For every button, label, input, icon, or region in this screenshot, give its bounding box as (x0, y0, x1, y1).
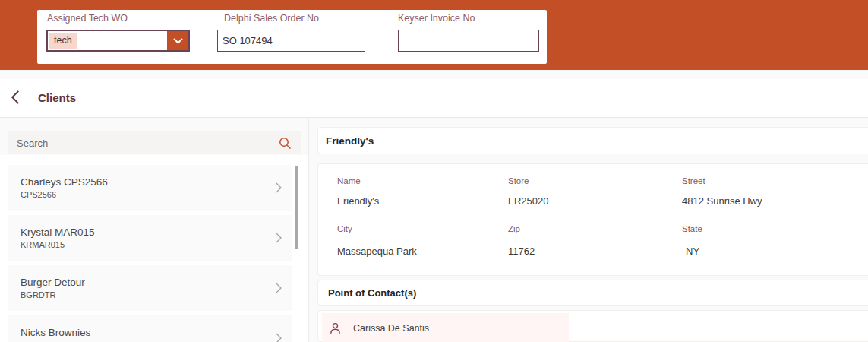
field-value: Massapequa Park (337, 245, 508, 258)
keyser-invoice-label: Keyser Invoice No (398, 13, 475, 24)
client-detail-card: Name Store Street Friendly's FR25020 481… (317, 163, 868, 276)
client-title: Friendly's (326, 135, 374, 147)
chevron-right-icon (276, 233, 282, 243)
client-name: Nicks Brownies (21, 327, 276, 338)
field-value: FR25020 (508, 195, 682, 207)
chevron-right-icon (276, 182, 282, 193)
assigned-tech-value: tech (49, 33, 77, 49)
delphi-order-value: SO 107494 (223, 35, 273, 46)
contacts-card: Carissa De Santis (317, 310, 868, 342)
assigned-tech-label: Assigned Tech WO (47, 13, 128, 24)
client-name: Charleys CPS2566 (21, 176, 276, 188)
list-item[interactable]: Nicks Brownies (8, 315, 292, 342)
search-icon[interactable] (279, 137, 292, 150)
field-label: Street (682, 176, 865, 186)
client-code: CPS2566 (21, 190, 276, 199)
search-input[interactable]: Search (8, 131, 301, 154)
field-label: State (682, 223, 865, 234)
client-title-card: Friendly's (317, 127, 868, 154)
field-label: Store (508, 176, 682, 186)
field-value: 4812 Sunrise Hwy (682, 195, 865, 207)
chevron-right-icon (276, 333, 282, 342)
client-name: Burger Detour (21, 277, 276, 288)
search-placeholder: Search (17, 138, 279, 149)
chevron-down-icon (173, 38, 183, 44)
dropdown-button[interactable] (167, 31, 188, 50)
back-icon[interactable] (11, 90, 21, 105)
field-value: 11762 (508, 245, 682, 258)
filter-panel: Assigned Tech WO tech Delphi Sales Order… (37, 10, 547, 64)
person-icon (330, 322, 341, 334)
contact-row[interactable]: Carissa De Santis (322, 313, 569, 342)
delphi-order-label: Delphi Sales Order No (224, 13, 319, 24)
delphi-order-input[interactable]: SO 107494 (217, 30, 365, 52)
field-value: Friendly's (337, 195, 508, 207)
chevron-right-icon (276, 283, 282, 293)
field-label: Zip (508, 223, 682, 234)
contacts-title: Point of Contact(s) (328, 287, 416, 299)
assigned-tech-dropdown[interactable]: tech (46, 30, 190, 52)
list-scrollbar[interactable] (295, 166, 298, 249)
field-label: Name (337, 176, 508, 186)
list-item[interactable]: Burger DetourBGRDTR (8, 265, 292, 311)
list-item[interactable]: Krystal MAR015KRMAR015 (8, 215, 292, 261)
clients-header-band (0, 79, 868, 118)
client-code: KRMAR015 (21, 240, 276, 249)
list-item[interactable]: Charleys CPS2566CPS2566 (8, 165, 292, 211)
contact-name: Carissa De Santis (353, 323, 429, 334)
keyser-invoice-input[interactable] (398, 30, 539, 52)
client-name: Krystal MAR015 (21, 226, 276, 238)
contacts-header-card: Point of Contact(s) (317, 280, 868, 306)
field-label: City (337, 223, 508, 234)
page-title: Clients (38, 91, 76, 104)
client-code: BGRDTR (21, 290, 276, 299)
panel-divider (308, 118, 309, 342)
field-value: NY (682, 245, 865, 258)
